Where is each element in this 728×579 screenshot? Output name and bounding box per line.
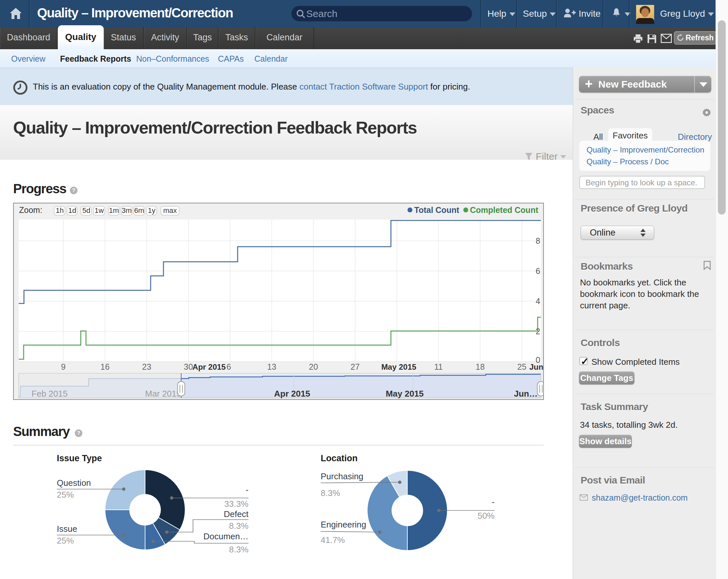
svg-text:Issue: Issue [57, 524, 77, 534]
svg-text:8.3%: 8.3% [321, 488, 340, 498]
svg-text:Total Count: Total Count [414, 205, 460, 215]
svg-text:Defect: Defect [224, 509, 249, 519]
svg-text:13: 13 [267, 362, 276, 371]
svg-text:1w: 1w [95, 206, 104, 215]
svg-text:Apr 2015: Apr 2015 [192, 362, 226, 371]
svg-text:max: max [163, 206, 177, 215]
svg-text:Documen…: Documen… [204, 531, 249, 541]
svg-text:41.7%: 41.7% [321, 535, 345, 545]
svg-text:25: 25 [517, 362, 526, 371]
svg-text:Jun: Jun [529, 362, 543, 371]
svg-text:9: 9 [61, 362, 66, 371]
svg-text:4: 4 [536, 297, 540, 306]
svg-text:6: 6 [536, 266, 540, 276]
svg-text:Apr 2015: Apr 2015 [274, 389, 310, 398]
svg-text:8: 8 [536, 236, 540, 245]
svg-text:-: - [245, 485, 249, 495]
svg-text:Zoom:: Zoom: [19, 205, 42, 215]
svg-text:Issue Type: Issue Type [57, 453, 102, 463]
svg-text:Mar 2015: Mar 2015 [145, 389, 181, 398]
svg-text:50%: 50% [477, 511, 495, 521]
svg-text:3m: 3m [122, 206, 132, 215]
svg-text:2: 2 [536, 327, 540, 336]
svg-text:6: 6 [227, 362, 231, 371]
svg-text:1d: 1d [68, 206, 76, 215]
svg-text:33.3%: 33.3% [224, 499, 249, 509]
svg-text:25%: 25% [57, 490, 74, 500]
svg-text:Completed Count: Completed Count [470, 205, 539, 215]
svg-text:1h: 1h [56, 206, 64, 215]
svg-text:8.3%: 8.3% [229, 545, 249, 554]
svg-text:1y: 1y [148, 206, 155, 215]
svg-text:May 2015: May 2015 [382, 362, 417, 371]
svg-text:Engineering: Engineering [321, 520, 366, 529]
svg-text:1m: 1m [109, 206, 119, 215]
svg-text:Jun…: Jun… [514, 389, 538, 398]
svg-text:May 2015: May 2015 [386, 389, 424, 398]
svg-text:8.3%: 8.3% [229, 521, 249, 531]
svg-text:23: 23 [142, 362, 151, 371]
svg-text:30: 30 [184, 362, 193, 371]
svg-text:16: 16 [100, 362, 110, 371]
svg-text:25%: 25% [57, 536, 74, 546]
svg-text:Feb 2015: Feb 2015 [31, 389, 68, 398]
svg-text:Purchasing: Purchasing [321, 471, 363, 481]
svg-text:Location: Location [321, 453, 358, 463]
svg-text:6m: 6m [134, 206, 145, 215]
svg-text:-: - [492, 497, 495, 507]
svg-text:18: 18 [475, 362, 485, 371]
svg-text:27: 27 [350, 362, 360, 371]
svg-text:11: 11 [434, 362, 443, 371]
svg-text:5d: 5d [82, 206, 90, 215]
svg-text:20: 20 [309, 362, 318, 371]
svg-text:Question: Question [57, 478, 91, 488]
